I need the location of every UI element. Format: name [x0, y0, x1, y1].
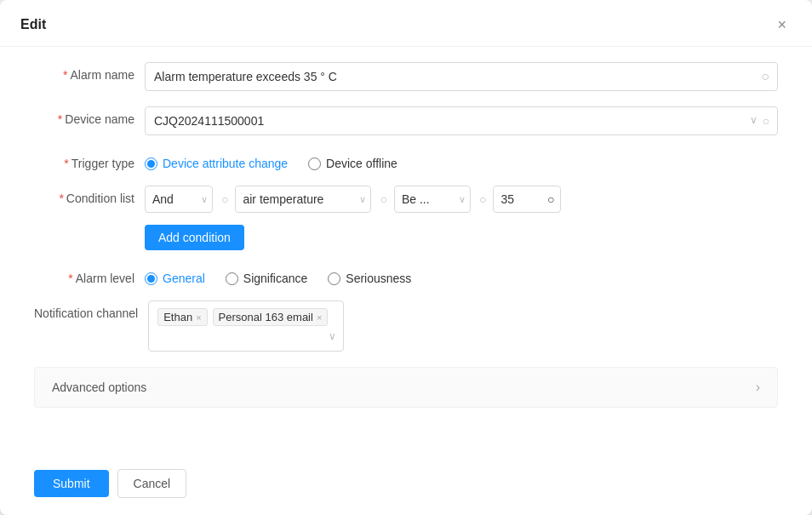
operator-select[interactable]: Be ... Greater than Less than Equal to: [394, 186, 471, 213]
alarm-level-group: General Significance Seriousness: [145, 266, 778, 285]
alarm-name-check-icon: ○: [761, 69, 769, 84]
notification-channel-input[interactable]: Ethan × Personal 163 email × ∨: [148, 300, 344, 352]
dialog-title: Edit: [20, 17, 46, 32]
alarm-level-general[interactable]: General: [145, 272, 205, 285]
notification-channel-row: Notification channel Ethan × Personal 16…: [34, 300, 778, 352]
operator-check-icon: ○: [479, 192, 486, 206]
notification-channel-label: Notification channel: [34, 300, 148, 320]
submit-button[interactable]: Submit: [34, 470, 109, 497]
logic-select[interactable]: And Or: [145, 186, 213, 213]
alarm-name-input[interactable]: [145, 62, 778, 91]
device-name-label: *Device name: [34, 106, 145, 126]
advanced-options-label: Advanced options: [52, 381, 146, 394]
notification-tag-email-close[interactable]: ×: [317, 312, 322, 323]
advanced-arrow-icon: ›: [756, 380, 760, 395]
dialog-header: Edit ×: [0, 0, 812, 47]
alarm-name-label: *Alarm name: [34, 62, 145, 82]
chevron-down-icon: ∨: [750, 114, 758, 128]
value-input-wrap: ○: [493, 186, 561, 213]
alarm-level-significance-label: Significance: [243, 272, 308, 285]
alarm-level-seriousness[interactable]: Seriousness: [328, 272, 411, 285]
trigger-attribute-change[interactable]: Device attribute change: [145, 157, 288, 170]
alarm-level-significance[interactable]: Significance: [226, 272, 308, 285]
condition-list-label: *Condition list: [34, 186, 145, 205]
dialog-body: *Alarm name ○ *Device name ∨ ○: [0, 47, 812, 461]
check-icon: ○: [763, 114, 769, 128]
advanced-options-row[interactable]: Advanced options ›: [34, 367, 778, 408]
alarm-level-general-label: General: [163, 272, 205, 285]
notification-tag-ethan: Ethan ×: [157, 308, 207, 326]
operator-select-wrap: Be ... Greater than Less than Equal to ∨: [394, 186, 471, 213]
alarm-level-label: *Alarm level: [34, 266, 145, 285]
condition-list-row: *Condition list And Or ∨ ○: [34, 186, 778, 250]
device-name-input[interactable]: [145, 106, 778, 135]
notification-tag-email: Personal 163 email ×: [213, 308, 329, 326]
add-condition-button[interactable]: Add condition: [145, 225, 244, 250]
trigger-type-group: Device attribute change Device offline: [145, 151, 778, 170]
notification-tag-ethan-close[interactable]: ×: [196, 312, 201, 323]
trigger-type-label: *Trigger type: [34, 151, 145, 170]
close-button[interactable]: ×: [772, 15, 792, 34]
attribute-check-icon: ○: [380, 192, 386, 206]
trigger-type-row: *Trigger type Device attribute change De…: [34, 151, 778, 170]
dialog-footer: Submit Cancel: [0, 461, 812, 515]
device-name-row: *Device name ∨ ○: [34, 106, 778, 135]
alarm-level-row: *Alarm level General Significance Seriou…: [34, 266, 778, 285]
notification-caret-icon: ∨: [329, 330, 336, 342]
trigger-attribute-label: Device attribute change: [163, 157, 288, 170]
value-check-icon: ○: [547, 192, 554, 206]
logic-check-icon: ○: [221, 192, 228, 206]
trigger-device-offline[interactable]: Device offline: [308, 157, 397, 170]
attribute-select[interactable]: air temperature humidity pressure: [235, 186, 371, 213]
device-name-icons: ∨ ○: [750, 114, 769, 128]
attribute-select-wrap: air temperature humidity pressure ∨: [235, 186, 371, 213]
alarm-level-seriousness-label: Seriousness: [346, 272, 411, 285]
cancel-button[interactable]: Cancel: [117, 469, 187, 498]
trigger-offline-label: Device offline: [326, 157, 397, 170]
alarm-name-row: *Alarm name ○: [34, 62, 778, 91]
condition-row: And Or ∨ ○ air temperature humidity pres…: [145, 186, 778, 213]
logic-select-wrap: And Or ∨: [145, 186, 213, 213]
edit-dialog: Edit × *Alarm name ○ *Device name: [0, 0, 812, 515]
